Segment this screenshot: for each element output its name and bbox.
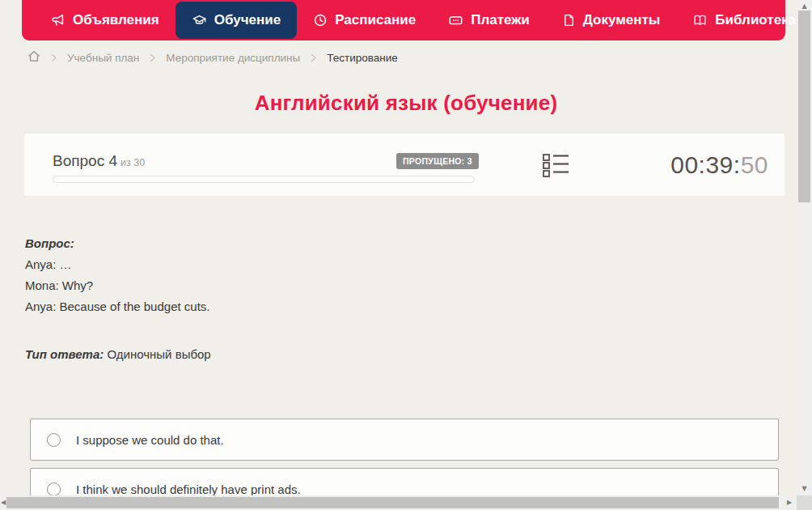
nav-item-learning[interactable]: Обучение	[176, 2, 297, 39]
nav-item-label: Объявления	[73, 12, 159, 28]
horizontal-scrollbar-thumb[interactable]	[6, 497, 779, 508]
question-list-icon[interactable]	[543, 153, 570, 181]
wallet-icon	[448, 13, 463, 28]
page-title: Английский язык (обучение)	[0, 91, 812, 116]
horizontal-scrollbar[interactable]: ◀ ▶	[0, 495, 797, 510]
scroll-down-arrow-icon[interactable]: ▼	[797, 485, 812, 493]
chevron-right-icon	[311, 53, 316, 62]
clock-icon	[313, 13, 328, 28]
nav-item-label: Платежи	[471, 12, 530, 28]
answer-type: Тип ответа: Одиночный выбор	[25, 347, 211, 361]
chevron-right-icon	[51, 53, 57, 62]
nav-item-announcements[interactable]: Объявления	[35, 0, 176, 40]
scroll-right-arrow-icon[interactable]: ▶	[787, 495, 792, 510]
breadcrumb-item-discipline-event[interactable]: Мероприятие дисциплины	[166, 52, 300, 64]
megaphone-icon	[51, 13, 66, 28]
question-number-label: Вопрос 4	[53, 152, 117, 169]
breadcrumb-item-curriculum[interactable]: Учебный план	[67, 52, 139, 64]
graduation-cap-icon	[192, 13, 207, 28]
home-icon[interactable]	[27, 50, 40, 65]
book-icon	[692, 13, 708, 28]
question-line: Mona: Why?	[25, 275, 210, 296]
scrollbar-corner	[797, 495, 812, 510]
breadcrumb-item-testing: Тестирование	[327, 52, 398, 64]
nav-item-payments[interactable]: Платежи	[432, 0, 546, 40]
question-text: Вопрос: Anya: … Mona: Why? Anya: Because…	[25, 233, 210, 317]
question-total-label: из 30	[121, 157, 145, 168]
chevron-right-icon	[150, 53, 155, 62]
answer-option-label: I suppose we could do that.	[76, 433, 224, 447]
radio-button[interactable]	[47, 482, 61, 496]
nav-item-library[interactable]: Библиотека	[676, 0, 812, 40]
nav-item-label: Документы	[583, 12, 661, 28]
vertical-scrollbar[interactable]: ▲ ▼	[797, 0, 812, 510]
question-header-panel: Вопрос 4из 30 ПРОПУЩЕНО: 3 00:39:50	[24, 134, 785, 196]
timer: 00:39:50	[670, 151, 768, 179]
answer-option-label: I think we should definitely have print …	[76, 482, 301, 496]
progress-bar	[53, 176, 475, 183]
nav-item-label: Расписание	[335, 12, 416, 28]
main-nav: Объявления Обучение Расписание Платежи Д…	[22, 0, 785, 40]
radio-button[interactable]	[47, 433, 61, 447]
scroll-up-arrow-icon[interactable]: ▲	[797, 2, 812, 11]
answer-type-value: Одиночный выбор	[107, 347, 210, 361]
timer-seconds: 50	[741, 151, 768, 178]
nav-item-documents[interactable]: Документы	[546, 0, 677, 40]
nav-item-schedule[interactable]: Расписание	[297, 0, 432, 40]
vertical-scrollbar-thumb[interactable]	[798, 11, 810, 202]
breadcrumb: Учебный план Мероприятие дисциплины Тест…	[27, 50, 398, 65]
nav-item-label: Библиотека	[715, 12, 796, 28]
question-number: Вопрос 4из 30	[53, 152, 145, 170]
skipped-badge: ПРОПУЩЕНО: 3	[396, 153, 479, 169]
question-heading: Вопрос:	[25, 233, 210, 254]
answer-type-label: Тип ответа:	[25, 347, 104, 361]
document-icon	[562, 13, 576, 28]
test-page: Объявления Обучение Расписание Платежи Д…	[0, 0, 812, 510]
timer-hours-minutes: 00:39:	[670, 151, 740, 178]
scroll-left-arrow-icon[interactable]: ◀	[1, 495, 6, 510]
nav-item-label: Обучение	[214, 12, 281, 28]
question-line: Anya: …	[25, 254, 210, 275]
question-line: Anya: Because of the budget cuts.	[25, 296, 210, 317]
answer-option-1[interactable]: I suppose we could do that.	[30, 419, 779, 461]
